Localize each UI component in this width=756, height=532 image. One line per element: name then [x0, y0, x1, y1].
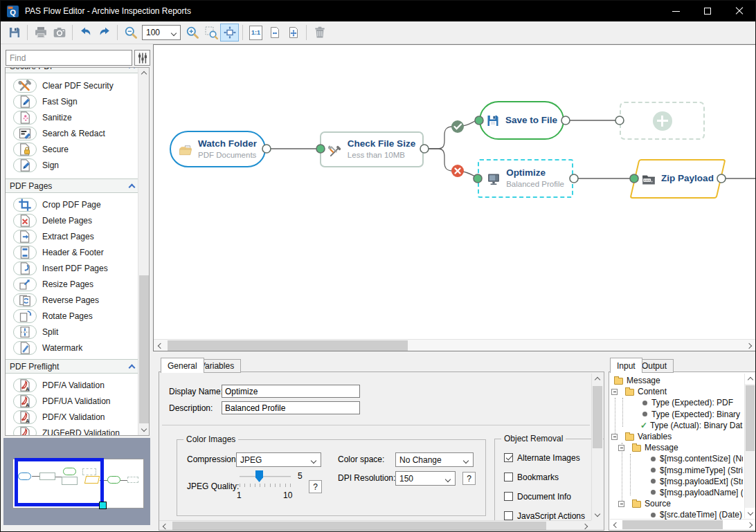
sidebar-item-delete-pages[interactable]: Delete Pages — [6, 212, 138, 228]
node-watch-folder[interactable]: Watch FolderPDF Documents — [170, 131, 266, 167]
section-header-pdf-preflight[interactable]: PDF Preflight — [6, 359, 138, 374]
tree-item[interactable]: Type (Actual): Binary Data — [610, 420, 743, 431]
tree-item[interactable]: Type (Expected): PDF — [610, 397, 743, 408]
sidebar-item-insert-pdf-pages[interactable]: Insert PDF Pages — [6, 260, 138, 276]
sidebar-item-pdfx-validation[interactable]: APDF/X Validation — [6, 409, 138, 425]
fit-page-button[interactable] — [284, 24, 303, 42]
sidebar-item-rotate-pages[interactable]: Rotate Pages — [6, 308, 138, 324]
tree-item[interactable]: Content — [610, 386, 743, 397]
node-check-file-size[interactable]: Check File SizeLess than 10MB — [320, 131, 424, 167]
scrollbar-thumb[interactable] — [172, 522, 546, 531]
save-button[interactable] — [5, 24, 24, 42]
flow-canvas[interactable]: Watch FolderPDF Documents Check File Siz… — [153, 44, 756, 351]
collapse-box-icon[interactable] — [611, 389, 618, 395]
zoom-in-button[interactable] — [183, 24, 201, 42]
node-save-to-file[interactable]: Save to File — [479, 101, 564, 140]
delete-button[interactable] — [310, 24, 329, 42]
sidebar-item-secure[interactable]: Secure — [6, 141, 138, 157]
description-input[interactable] — [222, 401, 360, 414]
sidebar-item-watermark[interactable]: Watermark — [6, 340, 138, 356]
collapse-box-icon[interactable] — [618, 445, 624, 451]
scrollbar-thumb[interactable] — [593, 386, 602, 448]
redo-button[interactable] — [95, 24, 114, 42]
properties-vertical-scrollbar[interactable] — [591, 374, 603, 520]
checkbox-javascript-actions[interactable] — [504, 511, 513, 520]
tab-general[interactable]: General — [161, 358, 204, 373]
scroll-up-button[interactable] — [592, 374, 603, 385]
section-header-pdf-pages[interactable]: PDF Pages — [6, 178, 138, 193]
sidebar-item-extract-pages[interactable]: Extract Pages — [6, 228, 138, 244]
jpeg-quality-slider[interactable] — [240, 476, 291, 477]
tree-item[interactable]: Message — [610, 375, 743, 386]
minimap-viewport[interactable] — [15, 458, 104, 506]
print-button[interactable] — [31, 24, 50, 42]
minimize-button[interactable] — [660, 1, 692, 21]
checkbox-document-info[interactable] — [504, 492, 513, 501]
maximize-button[interactable] — [692, 1, 723, 21]
sidebar-item-sanitize[interactable]: Sanitize — [6, 109, 138, 125]
tree-item[interactable]: Source — [610, 498, 743, 509]
properties-horizontal-scrollbar[interactable] — [159, 520, 591, 531]
scrollbar-thumb[interactable] — [746, 385, 755, 451]
scroll-up-button[interactable] — [138, 68, 150, 79]
node-placeholder[interactable] — [620, 102, 705, 140]
sidebar-item-zugferd-validation[interactable]: AZUGFeRD Validation — [6, 425, 138, 436]
scrollbar-thumb[interactable] — [168, 340, 408, 351]
minimap-resize-handle[interactable] — [99, 502, 107, 509]
sidebar-item-clear-pdf-security[interactable]: Clear PDF Security — [6, 77, 138, 93]
tree-item[interactable]: Variables — [610, 431, 743, 442]
compression-dropdown[interactable]: JPEG — [236, 452, 321, 467]
scroll-left-button[interactable] — [159, 521, 170, 531]
find-input[interactable] — [6, 50, 132, 66]
scroll-right-button[interactable] — [580, 521, 591, 531]
sidebar-item-resize-pages[interactable]: Resize Pages — [6, 276, 138, 292]
scrollbar-thumb[interactable] — [139, 275, 149, 423]
sidebar-item-reverse-pages[interactable]: Reverse Pages — [6, 292, 138, 308]
sidebar-item-sign[interactable]: Sign — [6, 157, 138, 173]
quality-help-button[interactable]: ? — [309, 480, 322, 493]
actual-size-button[interactable]: 1:1 — [246, 24, 265, 42]
undo-button[interactable] — [76, 24, 95, 42]
sidebar-item-crop-pdf-page[interactable]: Crop PDF Page — [6, 196, 138, 212]
scroll-down-button[interactable] — [138, 424, 150, 435]
fit-width-button[interactable] — [265, 24, 284, 42]
color-space-dropdown[interactable]: No Change — [395, 452, 474, 467]
scroll-up-button[interactable] — [745, 374, 755, 384]
sidebar-item-search-redact[interactable]: Search & Redact — [6, 125, 138, 141]
tree-item[interactable]: Message — [610, 442, 743, 453]
dpi-help-button[interactable]: ? — [462, 472, 476, 485]
dpi-dropdown[interactable]: 150 — [395, 471, 456, 486]
node-optimize-selected[interactable]: OptimizeBalanced Profile — [478, 159, 573, 198]
io-vertical-scrollbar[interactable] — [744, 374, 755, 518]
scroll-down-button[interactable] — [592, 509, 603, 520]
tab-input[interactable]: Input — [610, 358, 642, 373]
canvas-horizontal-scrollbar[interactable] — [154, 339, 755, 351]
sidebar-item-pdfa-validation[interactable]: APDF/A Validation — [6, 377, 138, 393]
close-button[interactable] — [723, 1, 755, 21]
scroll-down-button[interactable] — [745, 508, 755, 518]
sidebar-item-split[interactable]: Split — [6, 324, 138, 340]
tree-item[interactable]: $[msg.payloadName] (S — [610, 487, 743, 498]
scroll-left-button[interactable] — [154, 340, 165, 351]
node-zip-payload[interactable]: Zip Payload — [630, 159, 726, 199]
sidebar-item-header-footer[interactable]: Header & Footer — [6, 244, 138, 260]
scroll-right-button[interactable] — [745, 520, 755, 530]
collapse-box-icon[interactable] — [618, 501, 624, 507]
slider-thumb[interactable] — [255, 470, 263, 482]
zoom-region-button[interactable] — [201, 24, 220, 42]
zoom-out-button[interactable] — [121, 24, 140, 42]
display-name-input[interactable] — [222, 385, 360, 398]
zoom-level-combobox[interactable]: 100 — [142, 25, 181, 40]
scroll-right-button[interactable] — [744, 340, 755, 351]
filter-button[interactable] — [134, 50, 150, 66]
checkbox-bookmarks[interactable] — [504, 473, 513, 481]
tree-item[interactable]: Type (Expected): Binary Da — [610, 409, 743, 420]
tree-item[interactable]: $[msg.payloadExt] (Stri — [610, 476, 743, 487]
tree-item[interactable]: $[msg.contentSize] (Nu — [610, 453, 743, 464]
section-header-secure-pdf[interactable]: Secure PDF — [6, 67, 138, 73]
sidebar-item-fast-sign[interactable]: Fast Sign — [6, 93, 138, 109]
sidebar-item-pdfua-validation[interactable]: APDF/UA Validation — [6, 393, 138, 409]
checkbox-alternate-images[interactable] — [504, 453, 513, 462]
fit-window-button[interactable] — [220, 24, 239, 42]
tree-item[interactable]: $[msg.mimeType] (Strin — [610, 465, 743, 476]
